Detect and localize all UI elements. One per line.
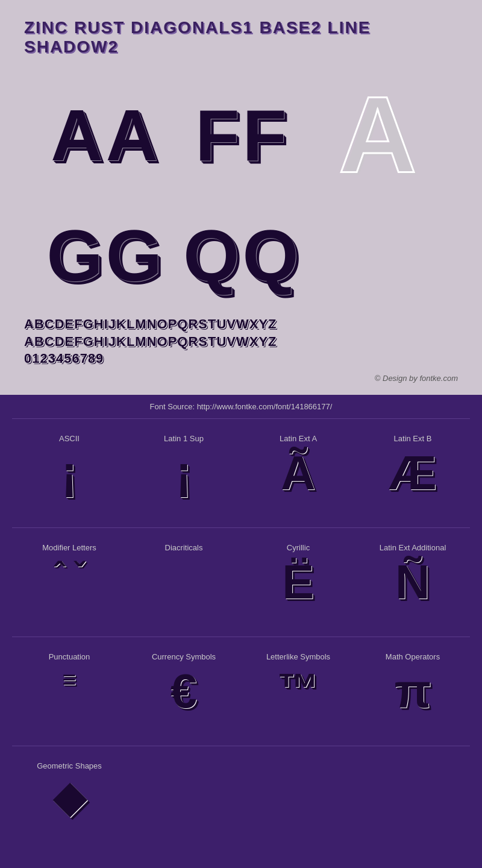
glyph-geometricshapes-label: Geometric Shapes bbox=[37, 761, 102, 770]
glyph-geometricshapes: Geometric Shapes ◆ bbox=[12, 752, 127, 849]
char-a2: A bbox=[106, 99, 158, 171]
char-f2: F bbox=[242, 99, 286, 171]
glyph-cyrillic-label: Cyrillic bbox=[287, 543, 310, 552]
glyph-empty-1 bbox=[127, 752, 241, 849]
glyph-modifierletters-label: Modifier Letters bbox=[42, 543, 96, 552]
glyph-currencysymbols-char: € bbox=[171, 667, 198, 715]
glyph-latinexta: Latin Ext A Ã bbox=[241, 425, 355, 521]
char-f1: F bbox=[195, 99, 239, 171]
glyph-letterlikesymbols-char: ™ bbox=[277, 667, 319, 709]
glyph-punctuation-char: ≡ bbox=[62, 667, 76, 691]
char-pair-gg: G G bbox=[36, 219, 173, 292]
char-a1: A bbox=[51, 99, 103, 171]
alphabet-lines: ABCDEFGHIJKLMNOPQRSTUVWXYZ ABCDEFGHIJKLM… bbox=[24, 316, 458, 368]
char-q1: Q bbox=[183, 219, 239, 292]
font-source: Font Source: http://www.fontke.com/font/… bbox=[0, 395, 482, 418]
glyph-ascii-char: ¡ bbox=[61, 449, 78, 497]
glyph-mathoperators: Math Operators π bbox=[355, 643, 470, 740]
alphabet-line-1: ABCDEFGHIJKLMNOPQRSTUVWXYZ bbox=[24, 316, 458, 333]
top-section: ZINC RUST DIAGONALS1 BASE2 LINE SHADOW2 … bbox=[0, 0, 482, 395]
glyph-latinextadditional-char: Ñ bbox=[395, 558, 430, 606]
glyph-cyrillic-char: Ё bbox=[282, 558, 315, 606]
glyph-latinexta-label: Latin Ext A bbox=[280, 434, 317, 443]
glyph-ascii: ASCII ¡ bbox=[12, 425, 127, 521]
glyph-cyrillic: Cyrillic Ё bbox=[241, 534, 355, 631]
glyph-currencysymbols: Currency Symbols € bbox=[127, 643, 241, 740]
glyph-row-4: Geometric Shapes ◆ bbox=[0, 746, 482, 855]
glyph-latin1sup-char: ¡ bbox=[176, 449, 192, 497]
glyph-ascii-label: ASCII bbox=[59, 434, 80, 443]
copyright: © Design by fontke.com bbox=[24, 374, 458, 383]
char-pair-aa: A A bbox=[36, 99, 173, 171]
char-g2: G bbox=[106, 219, 162, 292]
bottom-section: Font Source: http://www.fontke.com/font/… bbox=[0, 395, 482, 868]
glyph-letterlikesymbols: Letterlike Symbols ™ bbox=[241, 643, 355, 740]
glyph-latinextb-char: Æ bbox=[389, 449, 437, 497]
char-q2: Q bbox=[242, 219, 298, 292]
glyph-mathoperators-char: π bbox=[394, 667, 431, 715]
char-pair-ff: F F bbox=[173, 99, 310, 171]
glyph-punctuation-label: Punctuation bbox=[49, 652, 90, 661]
glyph-letterlikesymbols-label: Letterlike Symbols bbox=[266, 652, 330, 661]
glyph-latinextadditional-label: Latin Ext Additional bbox=[380, 543, 446, 552]
glyph-latinextb: Latin Ext B Æ bbox=[355, 425, 470, 521]
preview-row-1: A A F F A bbox=[24, 69, 458, 201]
preview-row-2: G G Q Q bbox=[24, 201, 458, 310]
glyph-row-1: ASCII ¡ Latin 1 Sup ¡ Latin Ext A Ã Lati… bbox=[0, 419, 482, 527]
char-pair-a-outline: A bbox=[309, 81, 446, 189]
alphabet-line-2: ABCDEFGHIJKLMNOPQRSTUVWXYZ bbox=[24, 333, 458, 351]
glyph-punctuation: Punctuation ≡ bbox=[12, 643, 127, 740]
glyph-diacriticals: Diacriticals bbox=[127, 534, 241, 631]
glyph-geometricshapes-char: ◆ bbox=[53, 776, 86, 819]
glyph-empty-3 bbox=[355, 752, 470, 849]
char-a-outline: A bbox=[339, 81, 417, 189]
glyph-row-2: Modifier Letters ˆ ˇ Diacriticals Cyrill… bbox=[0, 528, 482, 637]
glyph-latinextadditional: Latin Ext Additional Ñ bbox=[355, 534, 470, 631]
glyph-mathoperators-label: Math Operators bbox=[386, 652, 440, 661]
char-g1: G bbox=[46, 219, 102, 292]
char-pair-qq: Q Q bbox=[173, 219, 310, 292]
glyph-row-3: Punctuation ≡ Currency Symbols € Letterl… bbox=[0, 637, 482, 746]
glyph-modifierletters: Modifier Letters ˆ ˇ bbox=[12, 534, 127, 631]
numbers-line: 0123456789 bbox=[24, 350, 458, 368]
glyph-modifierletters-char2: ˇ bbox=[74, 558, 85, 591]
glyph-currencysymbols-label: Currency Symbols bbox=[152, 652, 216, 661]
glyph-modifierletters-char1: ˆ bbox=[54, 558, 64, 591]
glyph-diacriticals-label: Diacriticals bbox=[165, 543, 203, 552]
font-title: ZINC RUST DIAGONALS1 BASE2 LINE SHADOW2 bbox=[24, 18, 458, 57]
glyph-latinexta-char: Ã bbox=[281, 449, 316, 497]
glyph-latin1sup-label: Latin 1 Sup bbox=[164, 434, 204, 443]
glyph-latinextb-label: Latin Ext B bbox=[394, 434, 432, 443]
glyph-empty-2 bbox=[241, 752, 355, 849]
glyph-latin1sup: Latin 1 Sup ¡ bbox=[127, 425, 241, 521]
